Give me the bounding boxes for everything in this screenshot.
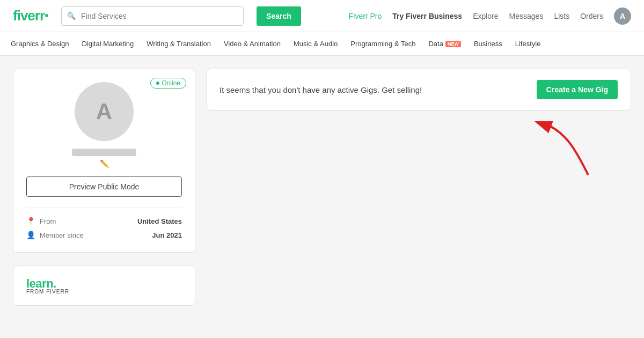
nav-explore[interactable]: Explore	[473, 12, 498, 20]
red-arrow-icon	[535, 121, 599, 180]
learn-section: learn. FROM FIVERR	[0, 266, 644, 306]
online-dot	[156, 82, 159, 85]
avatar[interactable]: A	[614, 8, 631, 25]
profile-card: Online A ✏️ Preview Public Mode 📍 From U…	[13, 69, 195, 253]
search-icon: 🔍	[62, 12, 81, 20]
member-value: Jun 2021	[152, 231, 182, 239]
category-nav-item-2[interactable]: Writing & Translation	[140, 32, 217, 56]
nav-try-business[interactable]: Try Fiverr Business	[392, 12, 462, 20]
create-new-gig-button[interactable]: Create a New Gig	[537, 80, 618, 99]
category-nav-item-3[interactable]: Video & Animation	[217, 32, 287, 56]
category-nav-item-6[interactable]: DataNEW	[422, 32, 467, 56]
from-value: United States	[137, 217, 182, 225]
member-left: 👤 Member since	[26, 231, 84, 239]
category-nav-item-0[interactable]: Graphics & Design	[4, 32, 75, 56]
gig-notice-text: It seems that you don't have any active …	[219, 85, 422, 94]
logo-dot	[45, 14, 48, 17]
nav-lists[interactable]: Lists	[554, 12, 569, 20]
avatar-image: A	[75, 82, 134, 141]
online-label: Online	[162, 79, 180, 87]
profile-info: 📍 From United States 👤 Member since Jun …	[26, 208, 182, 239]
main-content: Online A ✏️ Preview Public Mode 📍 From U…	[0, 56, 644, 266]
location-icon: 📍	[26, 217, 35, 225]
category-nav-item-7[interactable]: Business	[467, 32, 509, 56]
badge-new: NEW	[445, 41, 461, 47]
search-bar: 🔍	[61, 6, 244, 26]
username-placeholder	[72, 149, 136, 156]
logo[interactable]: fiverr	[13, 8, 48, 24]
member-label: Member since	[40, 231, 84, 239]
from-left: 📍 From	[26, 217, 56, 225]
category-nav-item-5[interactable]: Programming & Tech	[344, 32, 422, 56]
online-badge: Online	[150, 78, 186, 89]
search-input[interactable]	[81, 12, 243, 20]
member-row: 👤 Member since Jun 2021	[26, 231, 182, 239]
search-button[interactable]: Search	[257, 6, 301, 26]
category-nav: Graphics & DesignDigital MarketingWritin…	[0, 32, 644, 56]
nav-messages[interactable]: Messages	[509, 12, 544, 20]
category-nav-item-4[interactable]: Music & Audio	[287, 32, 344, 56]
category-nav-item-1[interactable]: Digital Marketing	[75, 32, 140, 56]
nav-fiverr-pro[interactable]: Fiverr Pro	[349, 12, 382, 20]
gig-notice: It seems that you don't have any active …	[206, 69, 631, 111]
from-label: From	[40, 217, 56, 225]
learn-card: learn. FROM FIVERR	[13, 266, 195, 306]
preview-public-mode-button[interactable]: Preview Public Mode	[26, 177, 182, 197]
learn-sub-text: FROM FIVERR	[26, 289, 182, 295]
right-area: It seems that you don't have any active …	[206, 69, 631, 186]
from-row: 📍 From United States	[26, 217, 182, 225]
user-icon: 👤	[26, 231, 35, 239]
header-nav: Fiverr Pro Try Fiverr Business Explore M…	[349, 8, 631, 25]
logo-text: fiverr	[13, 8, 45, 24]
header: fiverr 🔍 Search Fiverr Pro Try Fiverr Bu…	[0, 0, 644, 32]
arrow-annotation	[206, 121, 631, 186]
nav-orders[interactable]: Orders	[580, 12, 603, 20]
edit-icon[interactable]: ✏️	[100, 159, 109, 168]
category-nav-item-8[interactable]: Lifestyle	[509, 32, 547, 56]
